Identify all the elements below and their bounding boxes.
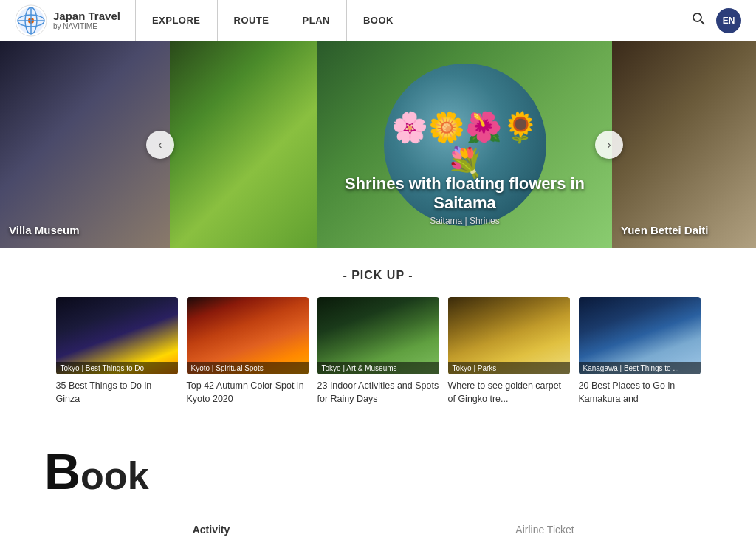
pickup-card-2[interactable]: Kyoto | Spiritual Spots Top 42 Autumn Co… [187, 297, 309, 406]
hero-subtitle: Saitama | Shrines [317, 216, 612, 226]
header-right: EN [691, 8, 741, 33]
book-tabs: Activity Airline Ticket [44, 515, 712, 537]
book-section: Book Activity Airline Ticket [0, 420, 756, 537]
carousel-next-button[interactable]: › [595, 131, 623, 159]
pickup-card-image-4: Tokyo | Parks [448, 297, 570, 374]
pickup-card-tag-1: Tokyo | Best Things to Do [56, 362, 178, 374]
pickup-card-tag-5: Kanagawa | Best Things to ... [579, 362, 701, 374]
logo-icon [15, 4, 47, 37]
pickup-card-5[interactable]: Kanagawa | Best Things to ... 20 Best Pl… [579, 297, 701, 406]
book-title: Book [44, 442, 712, 500]
hero-main-title: Shrines with floating flowers in Saitama [317, 174, 612, 213]
pickup-card-image-1: Tokyo | Best Things to Do [56, 297, 178, 374]
hero-slide-second[interactable] [170, 41, 317, 248]
tab-airline-ticket[interactable]: Airline Ticket [378, 515, 712, 537]
logo-subtitle: by NAVITIME [53, 22, 120, 30]
hero-caption-left: Villa Museum [9, 224, 80, 236]
search-icon[interactable] [691, 11, 706, 30]
main-nav: EXPLORE ROUTE PLAN BOOK [135, 0, 691, 41]
nav-explore[interactable]: EXPLORE [136, 0, 218, 41]
pickup-card-image-5: Kanagawa | Best Things to ... [579, 297, 701, 374]
book-title-rest: ook [80, 454, 148, 497]
pickup-card-3[interactable]: Tokyo | Art & Museums 23 Indoor Activiti… [317, 297, 439, 406]
logo-text: Japan Travel by NAVITIME [53, 10, 120, 31]
header: Japan Travel by NAVITIME EXPLORE ROUTE P… [0, 0, 756, 41]
hero-caption-center: Shrines with floating flowers in Saitama… [317, 174, 612, 226]
pickup-card-tag-4: Tokyo | Parks [448, 362, 570, 374]
nav-book[interactable]: BOOK [347, 0, 410, 41]
pickup-card-tag-2: Kyoto | Spiritual Spots [187, 362, 309, 374]
hero-slide-right[interactable]: Yuen Bettei Daiti [612, 41, 756, 248]
hero-slides: Villa Museum Shrines with floating flowe… [0, 41, 756, 248]
pickup-card-1[interactable]: Tokyo | Best Things to Do 35 Best Things… [56, 297, 178, 406]
pickup-title: - PICK UP - [44, 269, 712, 282]
pickup-card-title-5: 20 Best Places to Go in Kamakura and [579, 379, 701, 406]
pickup-card-title-2: Top 42 Autumn Color Spot in Kyoto 2020 [187, 379, 309, 406]
hero-caption-right: Yuen Bettei Daiti [621, 224, 708, 236]
hero-carousel: Villa Museum Shrines with floating flowe… [0, 41, 756, 248]
nav-plan[interactable]: PLAN [286, 0, 347, 41]
pickup-cards: Tokyo | Best Things to Do 35 Best Things… [44, 297, 712, 406]
svg-line-8 [701, 21, 704, 24]
pickup-card-image-3: Tokyo | Art & Museums [317, 297, 439, 374]
pickup-card-4[interactable]: Tokyo | Parks Where to see golden carpet… [448, 297, 570, 406]
hero-slide-left[interactable]: Villa Museum [0, 41, 170, 248]
carousel-prev-button[interactable]: ‹ [146, 131, 174, 159]
logo-area[interactable]: Japan Travel by NAVITIME [15, 4, 120, 37]
language-button[interactable]: EN [716, 8, 741, 33]
book-title-b: B [44, 443, 80, 499]
pickup-card-tag-3: Tokyo | Art & Museums [317, 362, 439, 374]
pickup-card-image-2: Kyoto | Spiritual Spots [187, 297, 309, 374]
pickup-card-title-3: 23 Indoor Activities and Spots for Rainy… [317, 379, 439, 406]
nav-route[interactable]: ROUTE [218, 0, 286, 41]
pickup-card-title-1: 35 Best Things to Do in Ginza [56, 379, 178, 406]
pickup-section: - PICK UP - Tokyo | Best Things to Do 35… [0, 248, 756, 420]
pickup-card-title-4: Where to see golden carpet of Gingko tre… [448, 379, 570, 406]
logo-title: Japan Travel [53, 10, 120, 23]
hero-slide-center[interactable]: Shrines with floating flowers in Saitama… [317, 41, 612, 248]
tab-activity[interactable]: Activity [44, 515, 378, 537]
